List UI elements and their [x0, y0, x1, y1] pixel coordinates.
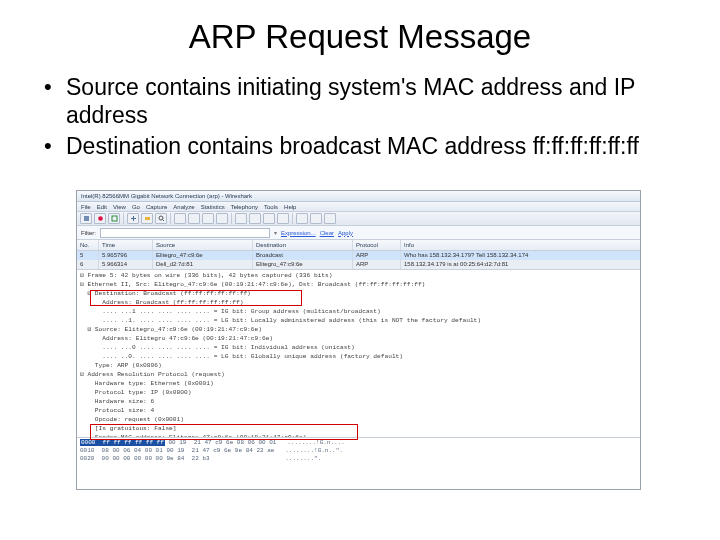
- cell-src: Elitegro_47:c9:6e: [153, 251, 253, 260]
- toolbar-btn-1[interactable]: [80, 213, 92, 224]
- filter-input[interactable]: [100, 228, 270, 238]
- toolbar-btn-3[interactable]: [108, 213, 120, 224]
- cell-no: 6: [77, 260, 99, 269]
- cell-dst: Elitegro_47:c9:6e: [253, 260, 353, 269]
- menu-telephony[interactable]: Telephony: [231, 202, 258, 211]
- filter-bar: Filter: ▾ Expression... Clear Apply: [77, 226, 640, 240]
- cell-dst: Broadcast: [253, 251, 353, 260]
- toolbar-btn-9[interactable]: [202, 213, 214, 224]
- menu-tools[interactable]: Tools: [264, 202, 278, 211]
- col-info[interactable]: Info: [401, 240, 640, 250]
- filter-expression-link[interactable]: Expression...: [281, 230, 316, 236]
- toolbar-btn-15[interactable]: [296, 213, 308, 224]
- toolbar-separator: [292, 213, 293, 224]
- packet-list-header: No. Time Source Destination Protocol Inf…: [77, 240, 640, 251]
- svg-rect-0: [84, 216, 89, 221]
- toolbar: [77, 212, 640, 226]
- cell-info: 158.132.34.179 is at 00:25:64:d2:7d:81: [401, 260, 640, 269]
- menu-file[interactable]: File: [81, 202, 91, 211]
- toolbar-separator: [123, 213, 124, 224]
- cell-time: 5.965796: [99, 251, 153, 260]
- svg-point-4: [159, 216, 163, 220]
- toolbar-btn-11[interactable]: [235, 213, 247, 224]
- toolbar-btn-13[interactable]: [263, 213, 275, 224]
- menu-go[interactable]: Go: [132, 202, 140, 211]
- toolbar-btn-5[interactable]: [141, 213, 153, 224]
- menu-bar: File Edit View Go Capture Analyze Statis…: [77, 202, 640, 212]
- bullet-list: Source contains initiating system's MAC …: [44, 74, 684, 161]
- menu-statistics[interactable]: Statistics: [201, 202, 225, 211]
- filter-label: Filter:: [81, 230, 96, 236]
- cell-proto: ARP: [353, 260, 401, 269]
- menu-help[interactable]: Help: [284, 202, 296, 211]
- menu-analyze[interactable]: Analyze: [173, 202, 194, 211]
- cell-time: 5.966314: [99, 260, 153, 269]
- col-protocol[interactable]: Protocol: [353, 240, 401, 250]
- toolbar-btn-2[interactable]: [94, 213, 106, 224]
- menu-view[interactable]: View: [113, 202, 126, 211]
- svg-rect-2: [112, 216, 117, 221]
- cell-info: Who has 158.132.34.179? Tell 158.132.34.…: [401, 251, 640, 260]
- menu-capture[interactable]: Capture: [146, 202, 167, 211]
- col-time[interactable]: Time: [99, 240, 153, 250]
- toolbar-btn-14[interactable]: [277, 213, 289, 224]
- toolbar-btn-17[interactable]: [324, 213, 336, 224]
- cell-no: 5: [77, 251, 99, 260]
- toolbar-btn-8[interactable]: [188, 213, 200, 224]
- col-source[interactable]: Source: [153, 240, 253, 250]
- toolbar-btn-4[interactable]: [127, 213, 139, 224]
- toolbar-btn-6[interactable]: [155, 213, 167, 224]
- toolbar-btn-12[interactable]: [249, 213, 261, 224]
- toolbar-btn-16[interactable]: [310, 213, 322, 224]
- col-no[interactable]: No.: [77, 240, 99, 250]
- toolbar-btn-10[interactable]: [216, 213, 228, 224]
- bullet-1: Source contains initiating system's MAC …: [44, 74, 684, 129]
- wireshark-window: Intel(R) 82566MM Gigabit Network Connect…: [76, 190, 641, 490]
- filter-clear-link[interactable]: Clear: [320, 230, 334, 236]
- hex-dump[interactable]: 0000 ff ff ff ff ff ff 00 19 21 47 c9 6e…: [77, 437, 640, 461]
- col-destination[interactable]: Destination: [253, 240, 353, 250]
- bullet-2: Destination contains broadcast MAC addre…: [44, 133, 684, 161]
- filter-apply-link[interactable]: Apply: [338, 230, 353, 236]
- toolbar-btn-7[interactable]: [174, 213, 186, 224]
- toolbar-separator: [231, 213, 232, 224]
- packet-row[interactable]: 6 5.966314 Dell_d2:7d:81 Elitegro_47:c9:…: [77, 260, 640, 269]
- packet-details[interactable]: ⊟ Frame 5: 42 bytes on wire (336 bits), …: [77, 269, 640, 437]
- cell-proto: ARP: [353, 251, 401, 260]
- svg-point-1: [98, 216, 103, 221]
- slide-title: ARP Request Message: [36, 18, 684, 56]
- packet-row[interactable]: 5 5.965796 Elitegro_47:c9:6e Broadcast A…: [77, 251, 640, 260]
- cell-src: Dell_d2:7d:81: [153, 260, 253, 269]
- menu-edit[interactable]: Edit: [97, 202, 107, 211]
- toolbar-separator: [170, 213, 171, 224]
- packet-list[interactable]: 5 5.965796 Elitegro_47:c9:6e Broadcast A…: [77, 251, 640, 269]
- window-titlebar: Intel(R) 82566MM Gigabit Network Connect…: [77, 191, 640, 202]
- svg-rect-3: [145, 217, 150, 220]
